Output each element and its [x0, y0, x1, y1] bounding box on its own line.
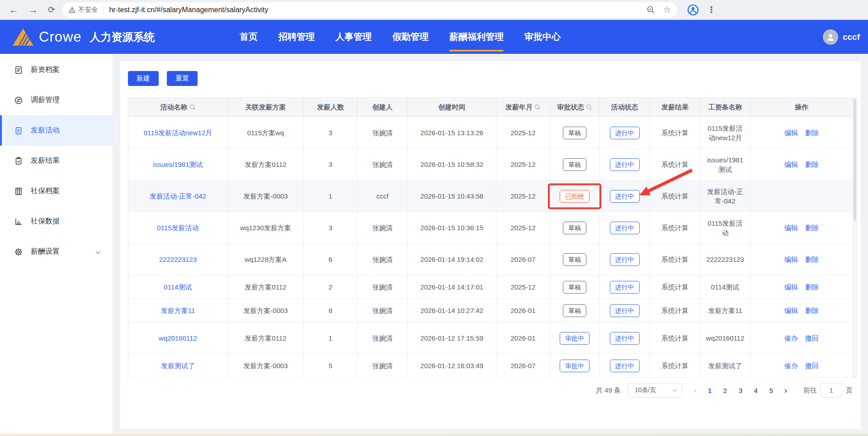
cell-pay-result: 系统计算 — [650, 299, 700, 322]
sidebar-item-label: 发薪结果 — [31, 156, 60, 166]
page-number-5[interactable]: 5 — [764, 387, 779, 394]
cell-slip-name: issues/1981测试 — [700, 149, 750, 180]
nav-item-attendance[interactable]: 假勤管理 — [392, 20, 429, 54]
goto-suffix: 页 — [846, 386, 853, 395]
nav-item-salary-benefits[interactable]: 薪酬福利管理 — [449, 20, 504, 54]
security-chip[interactable]: 不安全 — [69, 5, 98, 14]
column-label: 发薪结果 — [661, 103, 689, 112]
table-row: issues/1981测试发薪方案01123张婉清2026-01-15 10:5… — [128, 149, 853, 180]
activity-name-link[interactable]: 发薪方案11 — [161, 307, 195, 314]
sidebar-item-label: 发薪活动 — [31, 126, 60, 135]
gear-icon — [14, 247, 23, 256]
url-text[interactable]: hr-test.zjf-it.cn/#/salaryManagement/sal… — [109, 6, 642, 14]
kebab-menu-icon[interactable]: ⋮ — [707, 5, 716, 15]
page-number-3[interactable]: 3 — [733, 387, 748, 394]
nav-item-approval-center[interactable]: 审批中心 — [524, 20, 561, 54]
sidebar-item-salary-settings[interactable]: 薪酬设置 — [0, 237, 113, 267]
activity-name-link[interactable]: 发薪测试了 — [161, 362, 195, 370]
create-button[interactable]: 新建 — [128, 71, 159, 86]
action-link-delete[interactable]: 删除 — [805, 224, 819, 232]
action-link-edit[interactable]: 编辑 — [784, 161, 798, 168]
sidebar-item-social-data[interactable]: 社保数据 — [0, 206, 113, 237]
nav-item-recruit[interactable]: 招聘管理 — [278, 20, 315, 54]
activity-status-badge: 进行中 — [610, 190, 640, 203]
column-label: 创建人 — [373, 103, 393, 112]
browser-toolbar: ← → ⟳ 不安全 hr-test.zjf-it.cn/#/salaryMana… — [0, 0, 868, 20]
approval-status-badge: 草稿 — [563, 281, 586, 294]
action-link-edit[interactable]: 编辑 — [784, 307, 798, 314]
activity-name-link[interactable]: 0115发薪活动new12月 — [144, 129, 212, 137]
search-icon[interactable] — [534, 104, 541, 110]
prev-page-button[interactable]: ‹ — [689, 385, 702, 395]
action-link-urge[interactable]: 催办 — [784, 362, 798, 370]
page-number-4[interactable]: 4 — [748, 387, 764, 394]
activity-name-link[interactable]: 2222223123 — [159, 256, 197, 263]
next-page-button[interactable]: › — [779, 385, 793, 395]
nav-item-hr[interactable]: 人事管理 — [335, 20, 372, 54]
search-icon[interactable] — [586, 104, 592, 110]
sidebar-item-salary-archive[interactable]: 薪资档案 — [0, 55, 113, 85]
cell-pay-month: 2025-12 — [496, 149, 550, 180]
action-link-withdraw[interactable]: 撤回 — [805, 334, 819, 342]
sidebar-item-salary-activity[interactable]: 发薪活动 — [0, 115, 113, 146]
column-header-slip-name: 工资条名称 — [700, 98, 750, 117]
column-header-headcount: 发薪人数 — [304, 98, 358, 117]
scrollbar-thumb[interactable] — [854, 99, 856, 221]
page-number-1[interactable]: 1 — [702, 387, 717, 394]
activity-name-link[interactable]: 发薪活动-正常-042 — [150, 192, 206, 200]
sidebar: 薪资档案调薪管理发薪活动发薪结果社保档案社保数据薪酬设置 — [0, 54, 113, 436]
action-link-delete[interactable]: 删除 — [805, 129, 819, 137]
action-link-delete[interactable]: 删除 — [805, 161, 819, 168]
sidebar-item-salary-result[interactable]: 发薪结果 — [0, 146, 113, 176]
cell-operations: 编辑删除 — [750, 275, 853, 299]
cell-created-time: 2026-01-15 10:43:58 — [408, 180, 496, 212]
cell-activity-status: 进行中 — [599, 212, 650, 244]
goto-page-input[interactable] — [821, 383, 842, 398]
action-link-delete[interactable]: 删除 — [805, 283, 819, 291]
nav-item-home[interactable]: 首页 — [240, 20, 258, 54]
security-label: 不安全 — [78, 5, 98, 14]
divider — [103, 6, 104, 14]
cell-approval-status: 草稿 — [550, 149, 599, 180]
action-link-edit[interactable]: 编辑 — [784, 283, 798, 291]
cell-approval-status: 草稿 — [550, 299, 599, 322]
action-link-delete[interactable]: 删除 — [805, 256, 819, 263]
refresh-icon[interactable]: ⟳ — [48, 5, 55, 14]
cell-plan: 发薪方案0112 — [228, 275, 304, 299]
sidebar-item-social-archive[interactable]: 社保档案 — [0, 176, 113, 206]
forward-icon[interactable]: → — [28, 5, 38, 14]
action-link-delete[interactable]: 删除 — [805, 307, 819, 314]
activity-name-link[interactable]: 0115发薪活动 — [157, 224, 198, 232]
sidebar-item-salary-adjust[interactable]: 调薪管理 — [0, 85, 113, 115]
reset-button[interactable]: 重置 — [167, 71, 198, 86]
page-size-select[interactable]: 10条/页 — [628, 383, 682, 398]
cell-activity-status: 进行中 — [599, 180, 650, 212]
cell-headcount: 3 — [304, 212, 358, 244]
user-chip[interactable]: cccf — [823, 29, 860, 45]
back-icon[interactable]: ← — [9, 5, 19, 14]
activity-name-link[interactable]: 0114测试 — [164, 283, 192, 291]
action-link-edit[interactable]: 编辑 — [784, 224, 798, 232]
table-scrollbar[interactable] — [853, 97, 857, 378]
cell-slip-name: 0114测试 — [700, 275, 750, 299]
cell-approval-status: 审批中 — [550, 322, 599, 354]
cell-approval-status: 草稿 — [550, 212, 599, 244]
activity-name-link[interactable]: wq20160112 — [159, 334, 197, 342]
action-link-edit[interactable]: 编辑 — [784, 256, 798, 263]
star-icon[interactable]: ☆ — [663, 5, 671, 15]
search-icon[interactable] — [189, 104, 196, 110]
address-bar[interactable]: 不安全 hr-test.zjf-it.cn/#/salaryManagement… — [62, 2, 677, 18]
action-link-withdraw[interactable]: 撤回 — [805, 362, 819, 370]
zoom-out-icon[interactable] — [646, 5, 655, 14]
toolbar: 新建 重置 — [128, 71, 198, 86]
sidebar-item-label: 调薪管理 — [31, 95, 60, 105]
activity-name-link[interactable]: issues/1981测试 — [153, 161, 203, 168]
action-link-urge[interactable]: 催办 — [784, 334, 798, 342]
cell-creator: 张婉清 — [358, 149, 408, 180]
table-row: 发薪活动-正常-042发薪方案-00031cccf2026-01-15 10:4… — [128, 180, 853, 212]
cell-slip-name: 0115发薪活动new12月 — [700, 117, 750, 149]
salary-activity-table: 活动名称关联发薪方案发薪人数创建人创建时间发薪年月审批状态活动状态发薪结果工资条… — [128, 97, 857, 378]
profile-icon[interactable] — [687, 4, 699, 16]
page-number-2[interactable]: 2 — [717, 387, 733, 394]
action-link-edit[interactable]: 编辑 — [784, 129, 798, 137]
